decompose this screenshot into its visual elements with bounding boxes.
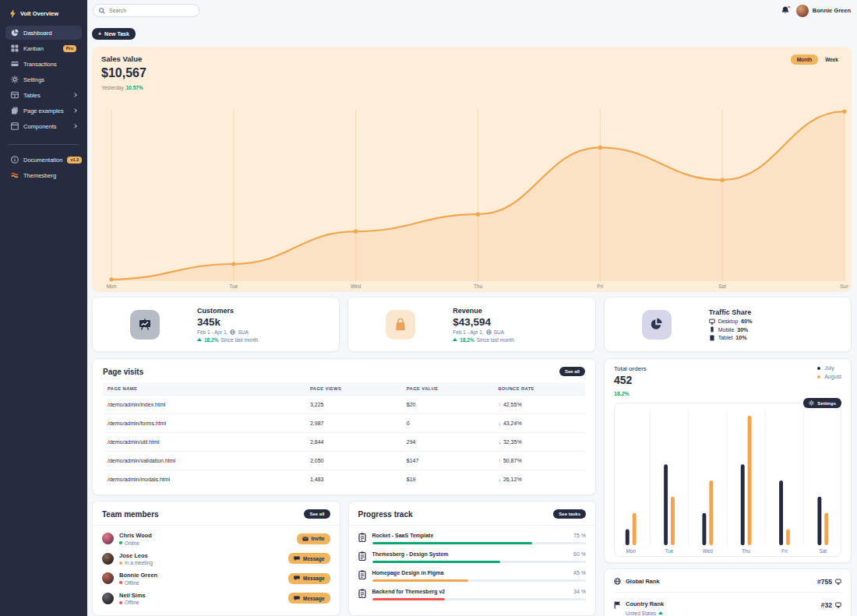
flag-icon [614,601,621,609]
member-avatar [102,533,114,544]
clipboard-icon [358,570,366,579]
team-member-row: Chris Wood Online Invite [102,532,330,546]
chart-legend: July August [817,365,841,382]
topbar-right: Bonnie Green [781,5,851,17]
chat-icon [294,556,300,561]
sidebar-item-label: Transactions [23,61,57,68]
notifications-button[interactable] [781,6,790,16]
message-button[interactable]: Message [288,553,330,564]
svg-text:Sat: Sat [718,283,726,289]
country-name: United States [626,611,664,616]
orders-chart: Settings MonTueWedThuFriSat [614,403,841,557]
sidebar: Volt Overview Dashboard Kanban Pro Trans… [0,0,87,616]
desktop-icon [709,319,715,325]
sidebar-item-tables[interactable]: Tables [5,88,82,102]
member-name: Jose Leos [119,552,153,559]
team-members-card: Team members See all Chris Wood Online I… [92,501,340,616]
see-all-button[interactable]: See all [559,367,585,376]
page-visits-table: Page name Page views Page value Bounce r… [103,382,585,489]
pro-badge: Pro [63,45,76,52]
svg-text:Wed: Wed [351,283,361,289]
gear-icon [809,400,814,406]
toggle-month[interactable]: Month [791,55,819,65]
stat-change: 18,2%Since last month [197,337,339,343]
sidebar-item-components[interactable]: Components [5,119,82,133]
sidebar-item-label: Kanban [23,45,44,52]
search-input[interactable] [109,8,193,13]
progress-item: Rocket - SaaS Template75 % [358,533,587,544]
sales-value-card: Sales Value $10,567 Yesterday10.57% Mont… [92,47,852,292]
svg-text:Mon: Mon [626,548,637,554]
sidebar-item-settings[interactable]: Settings [5,72,82,86]
new-task-button[interactable]: + New Task [92,28,136,40]
divider [93,525,340,526]
svg-text:Sat: Sat [819,548,827,554]
caret-up-icon [658,611,663,614]
sidebar-item-kanban[interactable]: Kanban Pro [5,41,82,55]
see-all-button[interactable]: See all [304,509,330,519]
sidebar-item-documentation[interactable]: Documentation v1.3 [5,153,82,167]
chevron-right-icon [72,124,77,128]
chat-icon [294,596,300,601]
message-button[interactable]: Message [288,593,330,604]
brand[interactable]: Volt Overview [5,6,82,26]
sidebar-item-transactions[interactable]: Transactions [5,57,82,71]
bounce-arrow: ↓ [498,439,501,445]
global-rank-row: Global Rank #755 [614,571,841,592]
brand-label: Volt Overview [20,10,58,17]
chevron-right-icon [72,93,77,97]
user-name: Bonnie Green [813,7,851,14]
customers-card: Customers 345k Feb 1 - Apr 1, SUA 18,2%S… [92,297,340,352]
gear-icon [11,76,19,83]
member-avatar [102,572,114,584]
see-tasks-button[interactable]: See tasks [553,509,586,519]
progress-bar [372,542,587,544]
chat-icon [294,576,300,581]
stat-title: Revenue [453,307,594,315]
svg-text:Tue: Tue [665,548,674,554]
sidebar-item-dashboard[interactable]: Dashboard [5,26,82,40]
clipboard-icon [358,589,366,598]
traffic-share-card: Traffic Share Desktop60% Mobile30% Table… [604,297,852,352]
traffic-row: Tablet10% [709,335,851,341]
svg-text:Fri: Fri [781,548,787,554]
table-header-row: Page name Page views Page value Bounce r… [103,382,585,396]
user-menu[interactable]: Bonnie Green [796,5,851,17]
sidebar-divider [8,144,79,145]
sidebar-item-label: Dashboard [23,30,52,37]
team-member-row: Neil Sims Offline Message [102,592,330,606]
total-orders-card: Total orders 452 18.2% July August Setti… [604,358,852,563]
stat-period: Feb 1 - Apr 1, SUA [453,329,594,335]
sidebar-item-themesberg[interactable]: Themesberg [5,168,82,182]
team-member-row: Jose Leos In a meeting Message [102,552,330,566]
status-dot [119,581,122,584]
sales-meta: Yesterday10.57% [101,85,146,90]
message-button[interactable]: Message [288,573,330,584]
globe-icon [614,578,621,585]
sales-title: Sales Value [101,55,146,63]
svg-text:Tue: Tue [229,283,238,289]
stat-title: Traffic Share [709,308,851,316]
info-circle-icon [11,156,19,164]
member-name: Neil Sims [119,592,146,599]
shopping-bag-icon [386,310,415,340]
traffic-row: Desktop60% [709,319,851,325]
sidebar-item-label: Themesberg [23,172,56,179]
page-visits-title: Page visits [103,368,143,376]
svg-text:Wed: Wed [703,548,713,554]
sidebar-item-label: Settings [23,76,44,83]
sidebar-item-label: Tables [23,92,41,99]
search-box[interactable] [93,4,199,17]
stat-value: $43,594 [453,316,594,328]
sidebar-item-label: Components [23,123,57,130]
team-member-row: Bonnie Green Offline Message [102,572,330,586]
bounce-arrow: ↓ [498,421,501,426]
progress-track-card: Progress track See tasks Rocket - SaaS T… [348,501,597,616]
invite-button[interactable]: Invite [297,533,330,544]
orders-title: Total orders [614,365,647,372]
stat-value: 345k [197,316,339,328]
toggle-week[interactable]: Week [821,55,842,65]
progress-item: Backend for Themesberg v234 % [358,589,587,600]
status-dot [119,541,122,544]
sidebar-item-page-examples[interactable]: Page examples [5,104,82,118]
